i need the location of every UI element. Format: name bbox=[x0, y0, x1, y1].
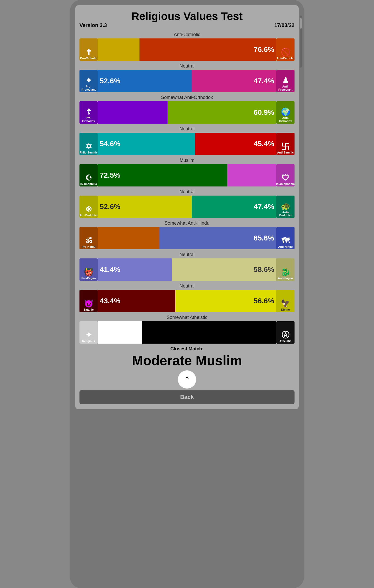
right-icon-catholic: 🚫Anti-Catholic bbox=[276, 38, 295, 61]
right-icon-islam: 🛡Islamophobic bbox=[276, 164, 295, 186]
left-symbol-hindu: ॐ bbox=[85, 237, 92, 245]
right-icon-hindu: 🗺Anti-Hindu bbox=[276, 227, 295, 249]
left-label-protestant: Pro-Protestant bbox=[79, 85, 98, 91]
main-card: Religious Values Test Version 3.3 17/03/… bbox=[75, 5, 299, 409]
left-label-hindu: Pro-Hindu bbox=[82, 245, 95, 248]
right-symbol-catholic: 🚫 bbox=[281, 48, 290, 56]
chevron-up-icon: ⌃ bbox=[184, 375, 190, 384]
closest-match-label: Closest Match: bbox=[79, 346, 295, 352]
bar-row-buddhist: ☸Pro-Buddhist52.6%47.4%🐢Anti-Buddhist bbox=[79, 196, 295, 218]
left-icon-atheist: ✦Religious bbox=[79, 321, 98, 344]
bar-fill-atheist bbox=[98, 321, 276, 344]
axis-label-catholic: Anti-Catholic bbox=[79, 32, 295, 37]
left-symbol-atheist: ✦ bbox=[85, 331, 92, 339]
right-label-pagan: Anti-Pagan bbox=[278, 277, 293, 280]
bar-row-atheist: ✦ReligiousⒶAtheistic bbox=[79, 321, 295, 344]
left-label-buddhist: Pro-Buddhist bbox=[79, 214, 98, 217]
bar-right-pagan: 58.6% bbox=[172, 258, 276, 281]
bar-left-semitic: 54.6% bbox=[98, 133, 195, 155]
left-icon-catholic: ✝Pro-Catholic bbox=[79, 38, 98, 61]
right-icon-protestant: ♟Anti-Protestant bbox=[276, 70, 295, 92]
right-icon-buddhist: 🐢Anti-Buddhist bbox=[276, 196, 295, 218]
right-icon-orthodox: 🌍Anti-Orthodox bbox=[276, 101, 295, 124]
left-icon-semitic: ✡Philo-Semitic bbox=[79, 133, 98, 155]
right-symbol-protestant: ♟ bbox=[282, 77, 289, 84]
left-icon-hindu: ॐPro-Hindu bbox=[79, 227, 98, 249]
bar-left-atheist bbox=[98, 321, 142, 344]
left-symbol-catholic: ✝ bbox=[85, 48, 92, 56]
date-label: 17/03/22 bbox=[274, 22, 295, 28]
left-symbol-buddhist: ☸ bbox=[85, 205, 92, 213]
bars-container: Anti-Catholic✝Pro-Catholic76.6%🚫Anti-Cat… bbox=[79, 32, 295, 344]
right-icon-satanic: 🦅Divine bbox=[276, 290, 295, 312]
right-symbol-orthodox: 🌍 bbox=[281, 108, 290, 116]
left-label-atheist: Religious bbox=[82, 339, 95, 343]
left-icon-pagan: 👹Pro-Pagan bbox=[79, 258, 98, 281]
left-icon-buddhist: ☸Pro-Buddhist bbox=[79, 196, 98, 218]
scrollbar[interactable] bbox=[300, 16, 302, 68]
left-symbol-semitic: ✡ bbox=[85, 143, 92, 150]
axis-label-hindu: Somewhat Anti-Hindu bbox=[79, 220, 295, 226]
closest-match-value: Moderate Muslim bbox=[79, 353, 295, 368]
left-label-satanic: Satanic bbox=[83, 308, 94, 311]
axis-label-atheist: Somewhat Atheistic bbox=[79, 315, 295, 320]
right-symbol-pagan: 🐉 bbox=[281, 268, 290, 276]
bar-left-satanic: 43.4% bbox=[98, 290, 175, 312]
bar-right-hindu: 65.6% bbox=[159, 227, 276, 249]
bar-fill-satanic: 43.4%56.6% bbox=[98, 290, 276, 312]
left-icon-orthodox: ☦Pro-Orthodox bbox=[79, 101, 98, 124]
left-icon-protestant: ✦Pro-Protestant bbox=[79, 70, 98, 92]
phone-outer: Religious Values Test Version 3.3 17/03/… bbox=[70, 0, 304, 588]
subtitle-row: Version 3.3 17/03/22 bbox=[79, 22, 295, 28]
right-label-buddhist: Anti-Buddhist bbox=[276, 211, 295, 217]
bar-fill-protestant: 52.6%47.4% bbox=[98, 70, 276, 92]
right-label-semitic: Anti-Semitic bbox=[277, 151, 294, 154]
bar-fill-orthodox: 60.9% bbox=[98, 101, 276, 124]
page-title: Religious Values Test bbox=[79, 10, 295, 22]
right-label-orthodox: Anti-Orthodox bbox=[276, 116, 295, 123]
right-label-protestant: Anti-Protestant bbox=[276, 85, 295, 91]
right-symbol-satanic: 🦅 bbox=[281, 300, 290, 308]
right-symbol-hindu: 🗺 bbox=[282, 237, 289, 245]
right-symbol-islam: 🛡 bbox=[282, 174, 289, 182]
bar-left-pagan: 41.4% bbox=[98, 258, 172, 281]
right-label-satanic: Divine bbox=[281, 308, 290, 311]
axis-label-pagan: Neutral bbox=[79, 252, 295, 257]
right-icon-atheist: ⒶAtheistic bbox=[276, 321, 295, 344]
left-symbol-satanic: 😈 bbox=[84, 300, 94, 308]
left-label-pagan: Pro-Pagan bbox=[81, 277, 96, 280]
bar-fill-pagan: 41.4%58.6% bbox=[98, 258, 276, 281]
scroll-top-button[interactable]: ⌃ bbox=[178, 370, 196, 389]
bar-right-protestant: 47.4% bbox=[192, 70, 276, 92]
axis-label-buddhist: Neutral bbox=[79, 189, 295, 195]
right-label-islam: Islamophobic bbox=[276, 182, 295, 185]
axis-label-islam: Muslim bbox=[79, 158, 295, 163]
right-label-catholic: Anti-Catholic bbox=[277, 57, 294, 60]
bar-row-orthodox: ☦Pro-Orthodox60.9%🌍Anti-Orthodox bbox=[79, 101, 295, 124]
bar-right-orthodox: 60.9% bbox=[168, 101, 276, 124]
axis-label-satanic: Neutral bbox=[79, 283, 295, 289]
bar-row-semitic: ✡Philo-Semitic54.6%45.4%卐Anti-Semitic bbox=[79, 133, 295, 155]
right-label-hindu: Anti-Hindu bbox=[278, 245, 293, 248]
left-symbol-pagan: 👹 bbox=[84, 268, 94, 276]
left-label-semitic: Philo-Semitic bbox=[79, 151, 98, 154]
bar-row-hindu: ॐPro-Hindu65.6%🗺Anti-Hindu bbox=[79, 227, 295, 249]
bar-right-catholic: 76.6% bbox=[139, 38, 276, 61]
bar-row-islam: ☪Islamophilic72.5%🛡Islamophobic bbox=[79, 164, 295, 186]
axis-label-semitic: Neutral bbox=[79, 126, 295, 132]
right-icon-semitic: 卐Anti-Semitic bbox=[276, 133, 295, 155]
left-icon-islam: ☪Islamophilic bbox=[79, 164, 98, 186]
bar-fill-islam: 72.5% bbox=[98, 164, 276, 186]
back-area: ⌃ Back bbox=[79, 370, 295, 404]
bar-right-islam bbox=[227, 164, 276, 186]
left-label-orthodox: Pro-Orthodox bbox=[79, 116, 98, 123]
bar-left-hindu bbox=[98, 227, 159, 249]
back-button[interactable]: Back bbox=[79, 390, 295, 404]
right-symbol-atheist: Ⓐ bbox=[282, 331, 289, 339]
axis-label-orthodox: Somewhat Anti-Orthodox bbox=[79, 95, 295, 100]
bar-left-catholic bbox=[98, 38, 139, 61]
left-symbol-orthodox: ☦ bbox=[86, 108, 91, 116]
axis-label-protestant: Neutral bbox=[79, 63, 295, 69]
left-icon-satanic: 😈Satanic bbox=[79, 290, 98, 312]
bar-row-protestant: ✦Pro-Protestant52.6%47.4%♟Anti-Protestan… bbox=[79, 70, 295, 92]
